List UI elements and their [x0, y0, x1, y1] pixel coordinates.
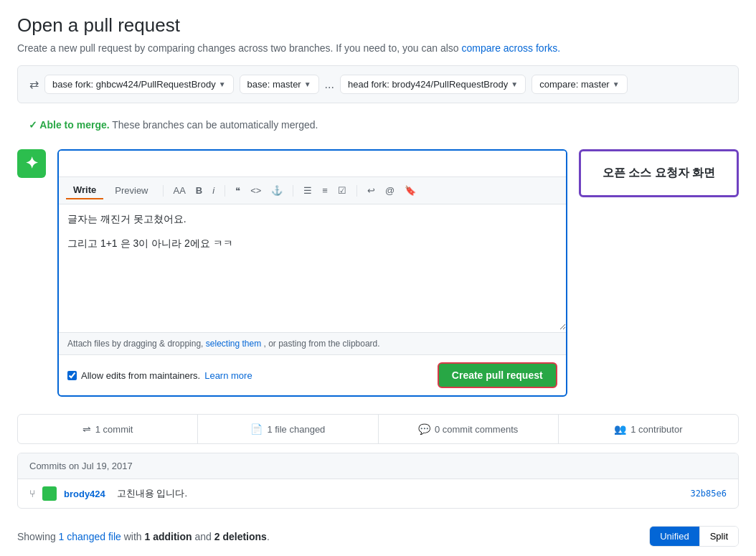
- attach-note: Attach files by dragging & dropping, sel…: [59, 332, 566, 354]
- split-view-button[interactable]: Split: [700, 527, 738, 546]
- merge-description: These branches can be automatically merg…: [112, 119, 318, 131]
- compare-branch-select[interactable]: compare: master ▼: [531, 75, 627, 94]
- files-count: 1 file changed: [267, 424, 325, 435]
- side-annotation-box: 오픈 소스 요청자 화면: [579, 149, 739, 197]
- main-area: ✦ 고친내용 입니다. Write Preview AA B i ❝ <> ⚓ …: [17, 149, 739, 397]
- pr-editor: 고친내용 입니다. Write Preview AA B i ❝ <> ⚓ ☰ …: [57, 149, 567, 397]
- compare-branch-label: compare: master: [539, 79, 610, 90]
- attach-selecting-link[interactable]: selecting them: [206, 339, 261, 349]
- tab-write[interactable]: Write: [66, 182, 103, 199]
- toolbar-link-btn[interactable]: ⚓: [268, 184, 285, 197]
- toolbar-separator: [163, 185, 164, 197]
- toolbar-separator-4: [356, 185, 357, 197]
- avatar-icon: ✦: [25, 154, 38, 173]
- compare-forks-link[interactable]: compare across forks.: [461, 42, 560, 54]
- allow-edits-label: Allow edits from maintainers. Learn more: [67, 370, 252, 381]
- commit-row: ⑂ brody424 고친내용 입니다. 32b85e6: [18, 479, 738, 508]
- head-fork-caret-icon: ▼: [511, 80, 518, 88]
- commit-sha[interactable]: 32b85e6: [690, 489, 727, 499]
- comments-count: 0 commit comments: [435, 424, 518, 435]
- toolbar-separator-3: [293, 185, 293, 197]
- side-annotation-text: 오픈 소스 요청자 화면: [603, 166, 715, 179]
- toolbar-aa-btn[interactable]: AA: [171, 184, 189, 197]
- fork-arrows-icon: ⇄: [29, 77, 39, 91]
- contributors-icon: 👥: [614, 423, 626, 435]
- toolbar-list-btn[interactable]: ☰: [301, 184, 315, 197]
- showing-text: Showing 1 changed file with 1 addition a…: [17, 531, 270, 542]
- base-branch-select[interactable]: base: master ▼: [240, 75, 319, 94]
- commits-icon: ⇌: [82, 423, 91, 435]
- allow-edits-checkbox[interactable]: [67, 371, 77, 380]
- commits-count: 1 commit: [95, 424, 133, 435]
- toolbar-reference-btn[interactable]: 🔖: [402, 184, 419, 197]
- page-subtitle: Create a new pull request by comparing c…: [17, 42, 739, 54]
- create-pull-request-button[interactable]: Create pull request: [438, 362, 557, 388]
- changed-file-link[interactable]: 1 changed file: [59, 531, 121, 542]
- contributors-count: 1 contributor: [630, 424, 682, 435]
- base-fork-select[interactable]: base fork: ghbcw424/PullRequestBrody ▼: [44, 75, 234, 94]
- form-footer: Allow edits from maintainers. Learn more…: [59, 354, 566, 395]
- subtitle-text: Create a new pull request by comparing c…: [17, 42, 459, 54]
- head-fork-label: head fork: brody424/PullRequestBrody: [348, 79, 508, 90]
- learn-more-link[interactable]: Learn more: [204, 370, 252, 381]
- commit-author-name[interactable]: brody424: [64, 489, 105, 499]
- comments-icon: 💬: [418, 423, 430, 435]
- commit-message: 고친내용 입니다.: [117, 487, 684, 500]
- toolbar-bold-btn[interactable]: B: [193, 184, 205, 197]
- showing-bar: Showing 1 changed file with 1 addition a…: [17, 520, 739, 552]
- attach-text2: , or pasting from the clipboard.: [264, 339, 380, 349]
- stat-contributors: 👥 1 contributor: [559, 415, 738, 443]
- toolbar-mention-btn[interactable]: @: [382, 184, 397, 197]
- toolbar-code-btn[interactable]: <>: [247, 184, 264, 197]
- toolbar-quote-btn[interactable]: ❝: [232, 184, 243, 197]
- toolbar-separator-2: [225, 185, 225, 197]
- tab-preview[interactable]: Preview: [108, 182, 155, 199]
- merge-status: ✓ Able to merge. These branches can be a…: [17, 112, 739, 138]
- fork-bar: ⇄ base fork: ghbcw424/PullRequestBrody ▼…: [17, 65, 739, 103]
- merge-ok-text: ✓ Able to merge.: [29, 119, 110, 131]
- head-fork-select[interactable]: head fork: brody424/PullRequestBrody ▼: [340, 75, 526, 94]
- commits-section: Commits on Jul 19, 2017 ⑂ brody424 고친내용 …: [17, 453, 739, 509]
- base-fork-label: base fork: ghbcw424/PullRequestBrody: [52, 79, 216, 90]
- user-avatar: ✦: [17, 149, 46, 178]
- view-toggle: Unified Split: [649, 526, 739, 547]
- base-branch-caret-icon: ▼: [304, 80, 311, 88]
- pr-body-textarea[interactable]: 글자는 깨진거 못고쳤어요. 그리고 1+1 은 3이 아니라 2에요 ㅋㅋ: [59, 204, 566, 330]
- commits-date: Commits on Jul 19, 2017: [29, 461, 133, 471]
- stat-files: 📄 1 file changed: [198, 415, 378, 443]
- pr-title-input[interactable]: 고친내용 입니다.: [59, 151, 566, 177]
- files-icon: 📄: [250, 423, 263, 435]
- editor-toolbar: Write Preview AA B i ❝ <> ⚓ ☰ ≡ ☑ ↩ @ 🔖: [59, 177, 566, 204]
- stat-comments: 💬 0 commit comments: [379, 415, 559, 443]
- unified-view-button[interactable]: Unified: [650, 527, 699, 546]
- allow-edits-text: Allow edits from maintainers.: [81, 370, 200, 381]
- toolbar-ordered-list-btn[interactable]: ≡: [319, 184, 331, 197]
- toolbar-reply-btn[interactable]: ↩: [364, 184, 378, 197]
- commit-author-avatar: [42, 486, 57, 501]
- base-fork-caret-icon: ▼: [219, 80, 226, 88]
- base-branch-label: base: master: [247, 79, 301, 90]
- stats-bar: ⇌ 1 commit 📄 1 file changed 💬 0 commit c…: [17, 414, 739, 444]
- branch-icon: ⑂: [29, 488, 35, 499]
- compare-branch-caret-icon: ▼: [613, 80, 620, 88]
- stat-commits: ⇌ 1 commit: [18, 415, 198, 443]
- toolbar-italic-btn[interactable]: i: [209, 184, 217, 197]
- fork-dots: ...: [325, 78, 334, 91]
- toolbar-task-list-btn[interactable]: ☑: [335, 184, 349, 197]
- page-title: Open a pull request: [17, 14, 739, 37]
- attach-text: Attach files by dragging & dropping,: [67, 339, 203, 349]
- commits-header: Commits on Jul 19, 2017: [18, 453, 738, 479]
